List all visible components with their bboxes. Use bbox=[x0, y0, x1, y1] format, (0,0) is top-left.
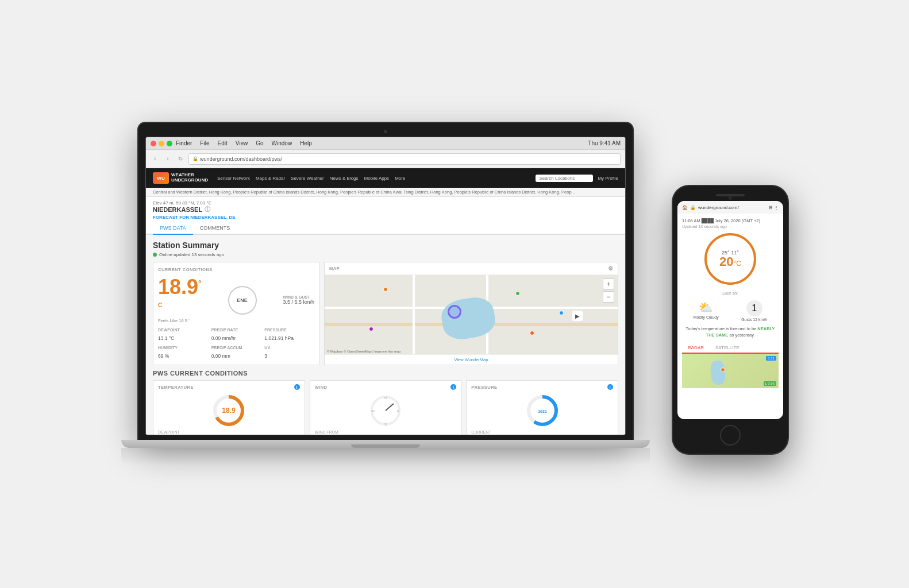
cc-header: CURRENT CONDITIONS bbox=[158, 267, 314, 272]
pws-temp-info-icon[interactable]: i bbox=[294, 384, 300, 390]
pws-temp-header: TEMPERATURE i bbox=[158, 384, 300, 390]
menu-view[interactable]: View bbox=[236, 140, 248, 146]
phone-home-button[interactable] bbox=[720, 425, 741, 446]
map-settings-icon[interactable]: ⚙ bbox=[608, 265, 614, 272]
tab-pws-data[interactable]: PWS DATA bbox=[153, 222, 193, 235]
wu-site: WU WEATHERUNDERGROUND Sensor Network Map… bbox=[146, 168, 625, 435]
pws-wind-info-icon[interactable]: i bbox=[450, 384, 456, 390]
maximize-button[interactable] bbox=[167, 141, 172, 146]
online-dot bbox=[153, 253, 157, 257]
scene: Finder File Edit View Go Window Help Thu… bbox=[121, 123, 788, 465]
map-zoom-in[interactable]: + bbox=[603, 278, 614, 290]
menu-help[interactable]: Help bbox=[300, 140, 312, 146]
nav-sensor-network[interactable]: Sensor Network bbox=[217, 176, 250, 181]
pws-wind-header: WIND i bbox=[315, 384, 457, 390]
phone-cloudy-icon: ⛅ bbox=[694, 300, 719, 314]
svg-text:W: W bbox=[371, 409, 375, 413]
current-conditions-box: CURRENT CONDITIONS 18.9°C Feels Like 18.… bbox=[153, 262, 319, 365]
pws-current-pressure-row: CURRENT 1,031.91 hPa bbox=[471, 430, 613, 435]
svg-text:N: N bbox=[384, 396, 387, 400]
phone-url: wunderground.com/ bbox=[698, 205, 739, 210]
nav-news-blogs[interactable]: News & Blogs bbox=[330, 176, 359, 181]
dewpoint-value: 13.1 °C bbox=[158, 335, 174, 341]
pws-wind-from-row: WIND FROM ENE bbox=[315, 430, 457, 435]
nav-mobile-apps[interactable]: Mobile Apps bbox=[364, 176, 390, 181]
pws-pressure-gauge: 1021 bbox=[525, 393, 560, 428]
phone-camera bbox=[729, 196, 732, 200]
phone-like: LIKE 20° bbox=[682, 292, 779, 296]
wind-gust-value: 3.5 / 5.5 km/h bbox=[283, 299, 314, 305]
url-bar[interactable]: 🔒 wunderground.com/dashboard/pws/ bbox=[188, 153, 621, 165]
traffic-lights bbox=[151, 141, 172, 146]
phone-wu-content: 11:08 AM ████ July 26, 2020 (GMT +2) Upd… bbox=[677, 214, 783, 393]
phone-highlight: NEARLY THE SAME bbox=[706, 326, 775, 338]
pws-current-pressure-value: 1,031.91 hPa bbox=[471, 434, 613, 435]
uv-value: 3 bbox=[264, 353, 267, 359]
map-visual[interactable]: ▶ + − © Mapbox © OpenStreetMap | Improve… bbox=[325, 275, 618, 354]
wu-main-content: Station Summary Online:updated 13 second… bbox=[146, 235, 625, 435]
feels-like: Feels Like 18.9 ° bbox=[158, 318, 202, 323]
phone-lock-icon: 🔒 bbox=[690, 205, 696, 210]
wu-profile-button[interactable]: My Profile bbox=[598, 176, 618, 181]
menu-window[interactable]: Window bbox=[272, 140, 292, 146]
phone-datetime: 11:08 AM ████ July 26, 2020 (GMT +2) bbox=[682, 218, 779, 223]
menu-finder[interactable]: Finder bbox=[176, 140, 192, 146]
temperature-display: 18.9°C Feels Like 18.9 ° bbox=[158, 277, 202, 323]
phone-radar-tab[interactable]: RADAR bbox=[682, 343, 710, 354]
menu-edit[interactable]: Edit bbox=[217, 140, 227, 146]
pws-pressure-info-icon[interactable]: i bbox=[607, 384, 613, 390]
phone-temp-section: 25° 11° 20°C bbox=[682, 233, 779, 289]
menu-file[interactable]: File bbox=[200, 140, 209, 146]
humidity-label: HUMIDITY bbox=[158, 346, 208, 350]
macos-menu: Finder File Edit View Go Window Help bbox=[176, 140, 312, 146]
back-button[interactable]: ‹ bbox=[151, 154, 160, 164]
close-button[interactable] bbox=[151, 141, 156, 146]
temperature-value: 18.9°C bbox=[158, 277, 202, 318]
map-play-button[interactable]: ▶ bbox=[572, 311, 583, 321]
menu-go[interactable]: Go bbox=[256, 140, 263, 146]
station-elevation: Elev 47 m, 50.83 °N, 7.03 °E bbox=[153, 200, 618, 206]
info-icon[interactable]: ⓘ bbox=[205, 206, 210, 214]
svg-text:S: S bbox=[384, 423, 387, 426]
humidity-item: HUMIDITY 69 % bbox=[158, 346, 208, 360]
svg-text:E: E bbox=[397, 409, 399, 413]
nav-more[interactable]: More bbox=[395, 176, 405, 181]
cc-details-grid: DEWPOINT 13.1 °C PRECIP RATE 0.00 mm/hr … bbox=[158, 328, 314, 360]
phone-temp-circle: 25° 11° 20°C bbox=[704, 233, 756, 285]
dewpoint-item: DEWPOINT 13.1 °C bbox=[158, 328, 208, 342]
phone-home-icon: 🏠 bbox=[682, 205, 688, 210]
forward-button[interactable]: › bbox=[163, 154, 172, 164]
wu-search-input[interactable] bbox=[536, 175, 593, 182]
map-header: MAP ⚙ bbox=[325, 262, 618, 275]
laptop-wrapper: Finder File Edit View Go Window Help Thu… bbox=[121, 123, 650, 465]
phone-menu-icons: ⊟ ⋮ bbox=[769, 205, 779, 210]
nav-maps-radar[interactable]: Maps & Radar bbox=[256, 176, 285, 181]
reload-button[interactable]: ↻ bbox=[176, 154, 185, 164]
station-name: NIEDERKASSEL bbox=[153, 206, 202, 213]
wu-logo: WU WEATHERUNDERGROUND bbox=[153, 172, 208, 184]
pws-temp-label: TEMPERATURE bbox=[158, 385, 194, 390]
wind-gust-display: WIND & GUST 3.5 / 5.5 km/h bbox=[283, 295, 314, 305]
pws-conditions-title: PWS CURRENT CONDITIONS bbox=[153, 370, 618, 377]
nav-severe-weather[interactable]: Severe Weather bbox=[291, 176, 324, 181]
lock-icon: 🔒 bbox=[192, 156, 198, 161]
map-footer[interactable]: View WunderMap bbox=[325, 354, 618, 365]
minimize-button[interactable] bbox=[159, 141, 164, 146]
online-badge: Online:updated 13 seconds ago bbox=[153, 252, 618, 257]
phone-satellite-tab[interactable]: SATELLITE bbox=[710, 343, 745, 353]
pws-current-label: CURRENT bbox=[471, 430, 613, 434]
pws-pressure-label: PRESSURE bbox=[471, 385, 497, 390]
wu-nav: WU WEATHERUNDERGROUND Sensor Network Map… bbox=[146, 168, 625, 188]
pressure-value: 1,021.91 hPa bbox=[264, 335, 294, 341]
phone-gusts-item: 1 Gusts 12 km/h bbox=[741, 300, 767, 322]
phone-forecast-text: Today's temperature is forecast to be NE… bbox=[682, 326, 779, 338]
phone-wrapper: 🏠 🔒 wunderground.com/ ⊟ ⋮ 11:08 AM ████ … bbox=[673, 186, 788, 454]
wu-station-header: Elev 47 m, 50.83 °N, 7.03 °E NIEDERKASSE… bbox=[146, 197, 625, 222]
laptop-screen: Finder File Edit View Go Window Help Thu… bbox=[145, 137, 626, 435]
pressure-label: PRESSURE bbox=[264, 328, 314, 332]
phone-wind-icon: 1 bbox=[746, 300, 762, 316]
phone-mini-map[interactable]: 0.31 L 0.95 bbox=[682, 354, 779, 388]
tab-comments[interactable]: COMMENTS bbox=[193, 222, 237, 235]
humidity-value: 69 % bbox=[158, 353, 169, 359]
map-zoom-out[interactable]: − bbox=[603, 291, 614, 303]
